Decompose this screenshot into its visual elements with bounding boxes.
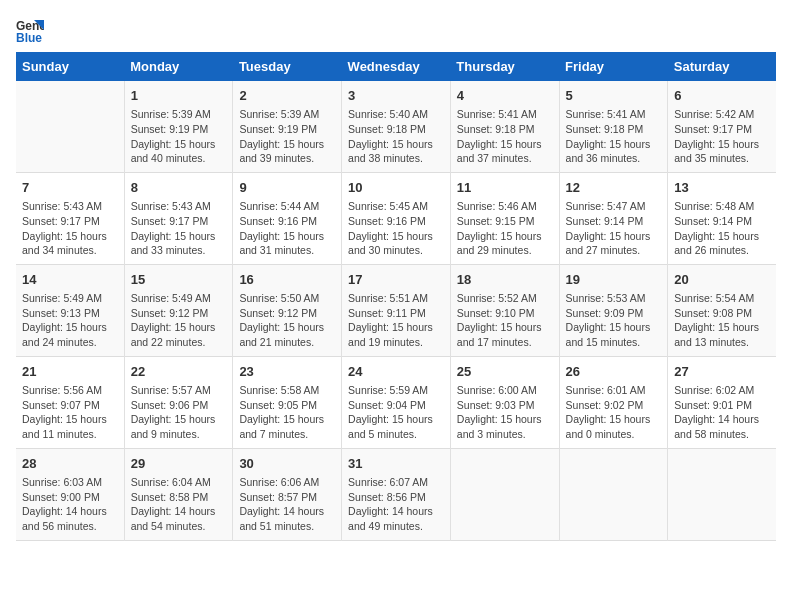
cell-week3-day3: 16Sunrise: 5:50 AM Sunset: 9:12 PM Dayli…	[233, 264, 342, 356]
cell-week5-day1: 28Sunrise: 6:03 AM Sunset: 9:00 PM Dayli…	[16, 448, 124, 540]
cell-week2-day5: 11Sunrise: 5:46 AM Sunset: 9:15 PM Dayli…	[450, 172, 559, 264]
cell-week1-day1	[16, 81, 124, 172]
week-row-3: 14Sunrise: 5:49 AM Sunset: 9:13 PM Dayli…	[16, 264, 776, 356]
day-info: Sunrise: 5:46 AM Sunset: 9:15 PM Dayligh…	[457, 199, 553, 258]
column-header-monday: Monday	[124, 52, 233, 81]
cell-week4-day1: 21Sunrise: 5:56 AM Sunset: 9:07 PM Dayli…	[16, 356, 124, 448]
cell-week5-day7	[668, 448, 776, 540]
day-number: 16	[239, 271, 335, 289]
day-number: 19	[566, 271, 662, 289]
day-info: Sunrise: 5:39 AM Sunset: 9:19 PM Dayligh…	[239, 107, 335, 166]
day-number: 23	[239, 363, 335, 381]
day-info: Sunrise: 5:39 AM Sunset: 9:19 PM Dayligh…	[131, 107, 227, 166]
day-info: Sunrise: 5:52 AM Sunset: 9:10 PM Dayligh…	[457, 291, 553, 350]
day-number: 15	[131, 271, 227, 289]
calendar-table: SundayMondayTuesdayWednesdayThursdayFrid…	[16, 52, 776, 541]
cell-week4-day4: 24Sunrise: 5:59 AM Sunset: 9:04 PM Dayli…	[342, 356, 451, 448]
day-number: 20	[674, 271, 770, 289]
cell-week3-day4: 17Sunrise: 5:51 AM Sunset: 9:11 PM Dayli…	[342, 264, 451, 356]
cell-week4-day5: 25Sunrise: 6:00 AM Sunset: 9:03 PM Dayli…	[450, 356, 559, 448]
day-number: 2	[239, 87, 335, 105]
cell-week1-day7: 6Sunrise: 5:42 AM Sunset: 9:17 PM Daylig…	[668, 81, 776, 172]
week-row-5: 28Sunrise: 6:03 AM Sunset: 9:00 PM Dayli…	[16, 448, 776, 540]
cell-week4-day6: 26Sunrise: 6:01 AM Sunset: 9:02 PM Dayli…	[559, 356, 668, 448]
week-row-1: 1Sunrise: 5:39 AM Sunset: 9:19 PM Daylig…	[16, 81, 776, 172]
cell-week5-day6	[559, 448, 668, 540]
day-number: 24	[348, 363, 444, 381]
day-info: Sunrise: 5:49 AM Sunset: 9:12 PM Dayligh…	[131, 291, 227, 350]
day-number: 26	[566, 363, 662, 381]
cell-week3-day5: 18Sunrise: 5:52 AM Sunset: 9:10 PM Dayli…	[450, 264, 559, 356]
day-number: 9	[239, 179, 335, 197]
cell-week1-day2: 1Sunrise: 5:39 AM Sunset: 9:19 PM Daylig…	[124, 81, 233, 172]
cell-week2-day3: 9Sunrise: 5:44 AM Sunset: 9:16 PM Daylig…	[233, 172, 342, 264]
cell-week1-day5: 4Sunrise: 5:41 AM Sunset: 9:18 PM Daylig…	[450, 81, 559, 172]
logo-icon: General Blue	[16, 16, 44, 44]
day-info: Sunrise: 5:49 AM Sunset: 9:13 PM Dayligh…	[22, 291, 118, 350]
day-info: Sunrise: 6:02 AM Sunset: 9:01 PM Dayligh…	[674, 383, 770, 442]
day-info: Sunrise: 5:47 AM Sunset: 9:14 PM Dayligh…	[566, 199, 662, 258]
day-number: 27	[674, 363, 770, 381]
cell-week2-day1: 7Sunrise: 5:43 AM Sunset: 9:17 PM Daylig…	[16, 172, 124, 264]
day-info: Sunrise: 5:57 AM Sunset: 9:06 PM Dayligh…	[131, 383, 227, 442]
day-number: 12	[566, 179, 662, 197]
column-header-friday: Friday	[559, 52, 668, 81]
day-number: 28	[22, 455, 118, 473]
day-info: Sunrise: 5:43 AM Sunset: 9:17 PM Dayligh…	[131, 199, 227, 258]
day-number: 1	[131, 87, 227, 105]
day-info: Sunrise: 5:53 AM Sunset: 9:09 PM Dayligh…	[566, 291, 662, 350]
column-header-thursday: Thursday	[450, 52, 559, 81]
cell-week1-day3: 2Sunrise: 5:39 AM Sunset: 9:19 PM Daylig…	[233, 81, 342, 172]
day-info: Sunrise: 5:41 AM Sunset: 9:18 PM Dayligh…	[457, 107, 553, 166]
day-info: Sunrise: 6:00 AM Sunset: 9:03 PM Dayligh…	[457, 383, 553, 442]
cell-week5-day4: 31Sunrise: 6:07 AM Sunset: 8:56 PM Dayli…	[342, 448, 451, 540]
day-info: Sunrise: 5:42 AM Sunset: 9:17 PM Dayligh…	[674, 107, 770, 166]
day-number: 30	[239, 455, 335, 473]
cell-week3-day6: 19Sunrise: 5:53 AM Sunset: 9:09 PM Dayli…	[559, 264, 668, 356]
svg-text:Blue: Blue	[16, 31, 42, 44]
day-number: 29	[131, 455, 227, 473]
day-info: Sunrise: 5:48 AM Sunset: 9:14 PM Dayligh…	[674, 199, 770, 258]
day-info: Sunrise: 6:07 AM Sunset: 8:56 PM Dayligh…	[348, 475, 444, 534]
cell-week4-day3: 23Sunrise: 5:58 AM Sunset: 9:05 PM Dayli…	[233, 356, 342, 448]
cell-week5-day3: 30Sunrise: 6:06 AM Sunset: 8:57 PM Dayli…	[233, 448, 342, 540]
cell-week2-day2: 8Sunrise: 5:43 AM Sunset: 9:17 PM Daylig…	[124, 172, 233, 264]
day-number: 8	[131, 179, 227, 197]
day-number: 17	[348, 271, 444, 289]
day-info: Sunrise: 5:43 AM Sunset: 9:17 PM Dayligh…	[22, 199, 118, 258]
day-info: Sunrise: 5:56 AM Sunset: 9:07 PM Dayligh…	[22, 383, 118, 442]
day-number: 6	[674, 87, 770, 105]
cell-week3-day1: 14Sunrise: 5:49 AM Sunset: 9:13 PM Dayli…	[16, 264, 124, 356]
day-number: 4	[457, 87, 553, 105]
column-header-tuesday: Tuesday	[233, 52, 342, 81]
day-number: 3	[348, 87, 444, 105]
day-number: 5	[566, 87, 662, 105]
cell-week4-day2: 22Sunrise: 5:57 AM Sunset: 9:06 PM Dayli…	[124, 356, 233, 448]
day-number: 25	[457, 363, 553, 381]
page-header: General Blue	[16, 16, 776, 44]
cell-week2-day6: 12Sunrise: 5:47 AM Sunset: 9:14 PM Dayli…	[559, 172, 668, 264]
day-number: 18	[457, 271, 553, 289]
day-info: Sunrise: 5:59 AM Sunset: 9:04 PM Dayligh…	[348, 383, 444, 442]
column-header-wednesday: Wednesday	[342, 52, 451, 81]
day-info: Sunrise: 5:41 AM Sunset: 9:18 PM Dayligh…	[566, 107, 662, 166]
day-number: 22	[131, 363, 227, 381]
day-number: 21	[22, 363, 118, 381]
day-info: Sunrise: 5:54 AM Sunset: 9:08 PM Dayligh…	[674, 291, 770, 350]
cell-week5-day5	[450, 448, 559, 540]
column-header-saturday: Saturday	[668, 52, 776, 81]
day-info: Sunrise: 6:03 AM Sunset: 9:00 PM Dayligh…	[22, 475, 118, 534]
column-header-sunday: Sunday	[16, 52, 124, 81]
cell-week4-day7: 27Sunrise: 6:02 AM Sunset: 9:01 PM Dayli…	[668, 356, 776, 448]
day-number: 10	[348, 179, 444, 197]
week-row-4: 21Sunrise: 5:56 AM Sunset: 9:07 PM Dayli…	[16, 356, 776, 448]
day-number: 11	[457, 179, 553, 197]
cell-week2-day4: 10Sunrise: 5:45 AM Sunset: 9:16 PM Dayli…	[342, 172, 451, 264]
cell-week1-day4: 3Sunrise: 5:40 AM Sunset: 9:18 PM Daylig…	[342, 81, 451, 172]
day-info: Sunrise: 5:51 AM Sunset: 9:11 PM Dayligh…	[348, 291, 444, 350]
day-info: Sunrise: 6:06 AM Sunset: 8:57 PM Dayligh…	[239, 475, 335, 534]
day-info: Sunrise: 6:04 AM Sunset: 8:58 PM Dayligh…	[131, 475, 227, 534]
day-number: 13	[674, 179, 770, 197]
day-info: Sunrise: 5:40 AM Sunset: 9:18 PM Dayligh…	[348, 107, 444, 166]
day-number: 31	[348, 455, 444, 473]
